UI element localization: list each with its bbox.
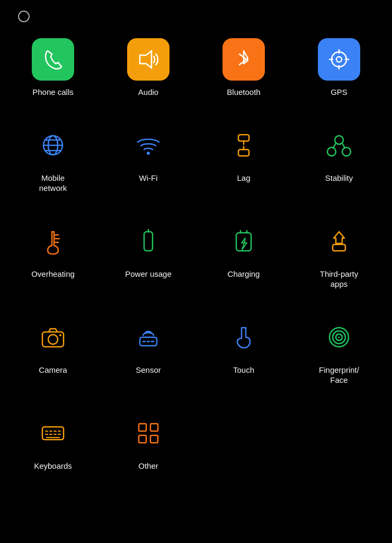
category-other[interactable]: Other xyxy=(101,407,196,477)
power-usage-label: Power usage xyxy=(125,269,172,279)
touch-icon xyxy=(222,316,265,358)
svg-point-17 xyxy=(342,147,351,156)
category-sensor[interactable]: Sensor xyxy=(101,311,196,391)
svg-line-18 xyxy=(333,143,336,148)
svg-point-30 xyxy=(48,335,58,344)
camera-label: Camera xyxy=(39,365,67,375)
svg-rect-53 xyxy=(150,435,158,443)
category-power-usage[interactable]: Power usage xyxy=(101,215,196,295)
lag-label: Lag xyxy=(237,173,250,183)
category-keyboards[interactable]: Keyboards xyxy=(5,407,101,477)
svg-point-12 xyxy=(147,152,150,155)
svg-rect-50 xyxy=(139,424,146,431)
touch-label: Touch xyxy=(233,365,254,375)
charging-icon xyxy=(222,220,265,262)
category-overheating[interactable]: Overheating xyxy=(5,215,101,295)
header xyxy=(0,0,392,28)
lag-icon xyxy=(222,124,265,167)
svg-rect-51 xyxy=(150,424,158,431)
category-wifi[interactable]: Wi-Fi xyxy=(101,119,196,199)
svg-rect-23 xyxy=(144,232,153,251)
svg-marker-0 xyxy=(140,51,152,68)
category-touch[interactable]: Touch xyxy=(196,311,291,391)
bluetooth-label: Bluetooth xyxy=(227,87,260,98)
svg-point-2 xyxy=(336,57,342,62)
power-usage-icon xyxy=(127,220,170,262)
charging-label: Charging xyxy=(228,269,260,279)
category-audio[interactable]: Audio xyxy=(101,33,196,103)
gps-label: GPS xyxy=(331,87,348,98)
third-party-label: Third-partyapps xyxy=(320,269,359,290)
bluetooth-icon-box xyxy=(222,38,265,81)
svg-rect-52 xyxy=(139,435,146,443)
category-mobile-network[interactable]: Mobilenetwork xyxy=(5,119,101,199)
other-icon xyxy=(127,412,170,454)
overheating-icon xyxy=(32,220,74,262)
keyboards-icon xyxy=(32,412,74,454)
info-icon[interactable] xyxy=(18,11,30,22)
wifi-label: Wi-Fi xyxy=(139,173,158,183)
gps-icon-box xyxy=(318,38,360,81)
audio-icon-box xyxy=(127,38,170,81)
sensor-label: Sensor xyxy=(136,365,161,375)
keyboards-label: Keyboards xyxy=(34,461,72,471)
stability-icon xyxy=(318,124,360,167)
svg-line-19 xyxy=(342,143,345,148)
stability-label: Stability xyxy=(325,173,353,183)
category-phone-calls[interactable]: Phone calls xyxy=(5,33,101,103)
category-stability[interactable]: Stability xyxy=(291,119,387,199)
sensor-icon xyxy=(127,316,170,358)
camera-icon xyxy=(32,316,74,358)
category-gps[interactable]: GPS xyxy=(291,33,387,103)
svg-rect-13 xyxy=(238,135,249,141)
svg-point-31 xyxy=(59,334,61,336)
svg-point-39 xyxy=(338,336,340,338)
audio-label: Audio xyxy=(138,87,158,98)
category-lag[interactable]: Lag xyxy=(196,119,291,199)
category-charging[interactable]: Charging xyxy=(196,215,291,295)
mobile-network-label: Mobilenetwork xyxy=(39,173,67,194)
mobile-network-icon xyxy=(32,124,74,167)
phone-calls-label: Phone calls xyxy=(32,87,74,98)
fingerprint-label: Fingerprint/Face xyxy=(319,365,359,386)
overheating-label: Overheating xyxy=(31,269,75,279)
svg-rect-28 xyxy=(333,244,345,251)
third-party-icon xyxy=(318,220,360,262)
category-fingerprint[interactable]: Fingerprint/Face xyxy=(291,311,387,391)
wifi-icon xyxy=(127,124,170,167)
other-label: Other xyxy=(138,461,158,471)
svg-rect-14 xyxy=(238,150,249,156)
phone-calls-icon-box xyxy=(32,38,74,81)
category-camera[interactable]: Camera xyxy=(5,311,101,391)
svg-point-1 xyxy=(332,52,346,67)
svg-point-16 xyxy=(327,147,336,156)
fingerprint-icon xyxy=(318,316,360,358)
category-bluetooth[interactable]: Bluetooth xyxy=(196,33,291,103)
bug-category-grid: Phone calls Audio Bluetooth GPS xyxy=(0,28,392,481)
category-third-party[interactable]: Third-partyapps xyxy=(291,215,387,295)
